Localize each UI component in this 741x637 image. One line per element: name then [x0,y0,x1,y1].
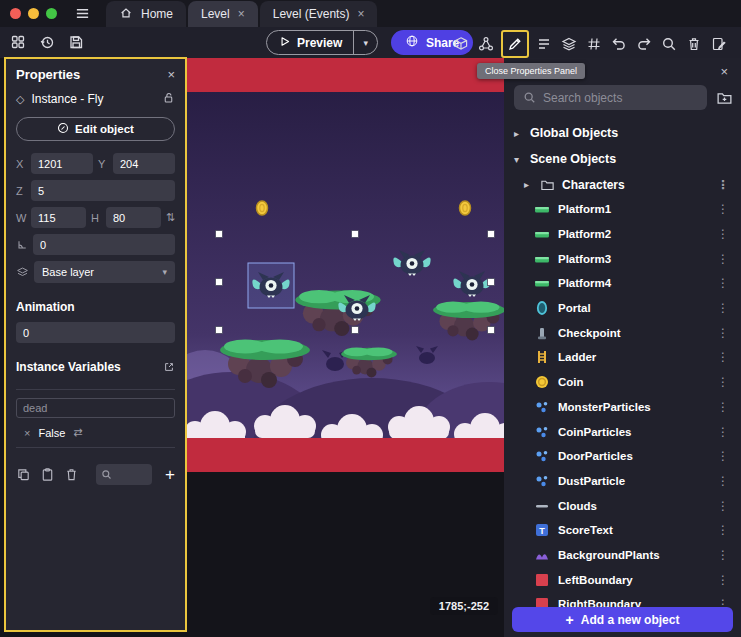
objects-search[interactable] [514,85,707,110]
keep-ratio-icon[interactable]: ⇅ [166,211,175,224]
tab-level[interactable]: Level × [188,1,258,27]
object-menu-icon[interactable]: ⋮ [715,276,731,290]
open-variables-icon[interactable] [163,361,175,373]
object-list-item[interactable]: Platform4⋮ [504,271,741,296]
variable-value-row[interactable]: × False ⇄ [16,425,175,440]
play-icon [278,35,291,51]
object-list-item[interactable]: Checkpoint⋮ [504,320,741,345]
grid-icon[interactable] [582,32,606,56]
object-list-item[interactable]: Portal⋮ [504,296,741,321]
particles-icon [534,473,550,489]
undo-icon[interactable] [607,32,631,56]
object-menu-icon[interactable]: ⋮ [715,523,731,537]
game-viewport[interactable] [187,92,504,438]
object-label: BackgroundPlants [558,549,707,561]
properties-editor-pencil-icon[interactable] [503,32,527,56]
add-variable-button[interactable]: + [165,466,175,483]
object-menu-icon[interactable]: ⋮ [715,499,731,513]
object-list-item[interactable]: Clouds⋮ [504,493,741,518]
object-menu-icon[interactable]: ⋮ [715,474,731,488]
close-tab-icon[interactable]: × [238,7,245,21]
object-list-item[interactable]: Platform2⋮ [504,222,741,247]
object-menu-icon[interactable]: ⋮ [715,350,731,364]
close-objects-panel-icon[interactable]: × [720,64,728,79]
width-input[interactable] [31,207,86,228]
scene-canvas[interactable]: 1785;-252 [187,58,504,637]
object-menu-icon[interactable]: ⋮ [715,252,731,266]
close-tab-icon[interactable]: × [357,7,364,21]
instances-editor-icon[interactable] [474,32,498,56]
scene-objects-group[interactable]: ▾ Scene Objects [504,146,741,172]
object-list-item[interactable]: Platform3⋮ [504,246,741,271]
tab-home[interactable]: Home [106,1,186,27]
swap-value-icon[interactable]: ⇄ [73,426,82,439]
preview-button[interactable]: Preview ▾ [266,30,378,55]
height-input[interactable] [106,207,161,228]
object-menu-icon[interactable]: ⋮ [715,573,731,587]
redo-icon[interactable] [632,32,656,56]
lock-icon[interactable] [162,91,175,107]
history-icon[interactable] [35,30,59,54]
characters-folder[interactable]: ▸ Characters ⋮ [504,172,741,197]
edit-object-button[interactable]: Edit object [16,117,175,141]
object-list-item[interactable]: Coin⋮ [504,370,741,395]
animation-input[interactable] [16,322,175,343]
close-properties-icon[interactable]: × [167,67,175,82]
variable-name[interactable]: dead [16,398,175,418]
object-label: ScoreText [558,524,707,536]
minimize-window-button[interactable] [28,8,39,19]
object-list-item[interactable]: DoorParticles⋮ [504,444,741,469]
delete-variable-icon[interactable] [64,467,79,482]
main-menu-icon[interactable] [75,6,90,21]
object-list-item[interactable]: CoinParticles⋮ [504,419,741,444]
folder-menu-icon[interactable]: ⋮ [715,178,731,192]
object-menu-icon[interactable]: ⋮ [715,548,731,562]
close-window-button[interactable] [10,8,21,19]
edit-scene-icon[interactable] [707,32,731,56]
object-menu-icon[interactable]: ⋮ [715,400,731,414]
variables-search-input[interactable] [116,469,147,480]
paste-icon[interactable] [40,467,55,482]
layers-editor-icon[interactable] [557,32,581,56]
object-list-item[interactable]: Platform1⋮ [504,197,741,222]
object-menu-icon[interactable]: ⋮ [715,375,731,389]
add-object-button[interactable]: + Add a new object [512,607,733,632]
object-label: DoorParticles [558,450,707,462]
zoom-icon[interactable] [657,32,681,56]
layer-select[interactable]: Base layer ▾ [34,261,175,283]
object-list-item[interactable]: LeftBoundary⋮ [504,567,741,592]
z-input[interactable] [31,180,175,201]
object-list-item[interactable]: TScoreText⋮ [504,518,741,543]
object-label: Portal [558,302,707,314]
object-list-item[interactable]: BackgroundPlants⋮ [504,543,741,568]
instance-icon: ◇ [16,93,24,106]
object-menu-icon[interactable]: ⋮ [715,449,731,463]
object-groups-editor-icon[interactable] [532,32,556,56]
objects-editor-icon[interactable] [449,32,473,56]
tab-level-events[interactable]: Level (Events) × [260,1,378,27]
search-objects-input[interactable] [543,91,698,105]
coin-instance[interactable] [460,201,471,215]
zoom-window-button[interactable] [46,8,57,19]
variables-search[interactable] [96,464,152,485]
object-list-item[interactable]: MonsterParticles⋮ [504,395,741,420]
y-input[interactable] [113,153,175,174]
object-label: Ladder [558,351,707,363]
object-list-item[interactable]: Ladder⋮ [504,345,741,370]
coin-instance[interactable] [257,201,268,215]
trash-icon[interactable] [682,32,706,56]
object-menu-icon[interactable]: ⋮ [715,301,731,315]
add-folder-icon[interactable] [716,89,733,106]
copy-icon[interactable] [16,467,31,482]
object-menu-icon[interactable]: ⋮ [715,227,731,241]
save-icon[interactable] [64,30,88,54]
preview-options-caret[interactable]: ▾ [353,31,377,54]
object-menu-icon[interactable]: ⋮ [715,326,731,340]
global-objects-group[interactable]: ▸ Global Objects [504,120,741,146]
object-list-item[interactable]: DustParticle⋮ [504,469,741,494]
x-input[interactable] [31,153,93,174]
angle-input[interactable] [33,234,175,255]
object-menu-icon[interactable]: ⋮ [715,425,731,439]
object-menu-icon[interactable]: ⋮ [715,202,731,216]
project-manager-icon[interactable] [6,30,30,54]
